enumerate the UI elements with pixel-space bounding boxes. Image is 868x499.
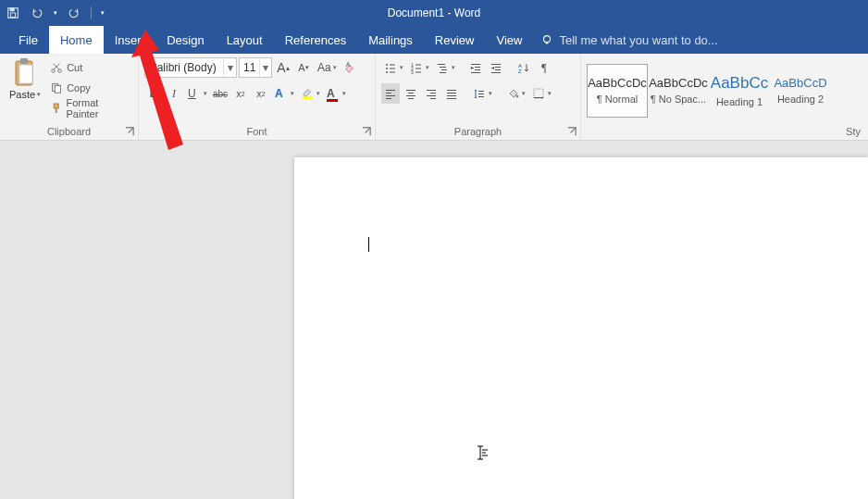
svg-text:3: 3 (411, 69, 414, 74)
outdent-icon (469, 61, 482, 74)
font-name-combo[interactable]: Calibri (Body) ▾ (144, 57, 237, 78)
svg-rect-21 (390, 72, 395, 73)
borders-icon (532, 87, 545, 100)
undo-icon[interactable] (30, 6, 44, 20)
bullets-button[interactable] (381, 57, 405, 78)
tell-me-search[interactable]: Tell me what you want to do... (540, 26, 717, 54)
undo-dropdown-icon[interactable]: ▾ (54, 9, 57, 17)
grow-font-button[interactable]: A▴ (274, 57, 292, 78)
save-icon[interactable] (6, 6, 20, 20)
copy-button[interactable]: Copy (48, 78, 132, 98)
sort-button[interactable]: AZ (515, 57, 533, 78)
svg-rect-4 (546, 43, 549, 44)
increase-indent-button[interactable] (487, 57, 505, 78)
cut-button[interactable]: Cut (48, 57, 132, 78)
style-name: Heading 2 (777, 94, 824, 105)
svg-rect-19 (390, 69, 395, 69)
clear-formatting-button[interactable]: A (341, 57, 359, 78)
scissors-icon (50, 61, 63, 74)
superscript-button[interactable]: x2 (252, 83, 270, 104)
eraser-icon: A (343, 61, 356, 74)
svg-rect-62 (534, 89, 543, 98)
clipboard-icon (12, 57, 38, 89)
text-effects-button[interactable]: A (272, 83, 296, 104)
format-painter-button[interactable]: Format Painter (48, 98, 132, 119)
style-normal[interactable]: AaBbCcDc ¶ Normal (587, 64, 648, 118)
svg-rect-58 (478, 91, 484, 92)
qat-customize-icon[interactable]: ▾ (101, 9, 105, 17)
svg-rect-45 (386, 98, 391, 99)
bullets-icon (384, 61, 397, 74)
tab-review[interactable]: Review (424, 26, 486, 54)
font-color-button[interactable]: A (324, 83, 348, 104)
style-heading-1[interactable]: AaBbCc Heading 1 (709, 64, 770, 118)
numbering-button[interactable]: 123 (407, 57, 431, 78)
justify-button[interactable] (442, 83, 461, 104)
paste-button[interactable]: Paste▾ (6, 56, 44, 100)
style-name: ¶ No Spac... (651, 94, 706, 105)
tab-references[interactable]: References (274, 26, 357, 54)
tab-view[interactable]: View (485, 26, 533, 54)
window-title: Document1 - Word (388, 6, 480, 19)
svg-rect-57 (447, 98, 456, 99)
tab-layout[interactable]: Layout (216, 26, 274, 54)
style-name: Heading 1 (716, 96, 763, 107)
bold-button[interactable]: B (144, 83, 163, 104)
paragraph-launcher-icon[interactable] (565, 125, 578, 138)
style-preview: AaBbCcDc (588, 76, 647, 90)
svg-rect-1 (10, 8, 15, 12)
group-styles: AaBbCcDc ¶ Normal AaBbCcDc ¶ No Spac... … (581, 54, 868, 140)
decrease-indent-button[interactable] (466, 57, 485, 78)
style-no-spacing[interactable]: AaBbCcDc ¶ No Spac... (648, 64, 709, 118)
text-caret (368, 237, 369, 252)
document-page[interactable] (294, 157, 868, 499)
align-right-button[interactable] (422, 83, 440, 104)
tell-me-placeholder: Tell me what you want to do... (559, 33, 717, 47)
tab-mailings[interactable]: Mailings (357, 26, 424, 54)
qat-separator (91, 6, 92, 19)
title-bar: ▾ ▾ Document1 - Word (0, 0, 868, 26)
change-case-button[interactable]: Aa (315, 57, 339, 78)
group-paragraph: 123 AZ ¶ Paragraph (376, 54, 581, 140)
document-workspace (0, 141, 868, 499)
align-center-button[interactable] (402, 83, 420, 104)
style-heading-2[interactable]: AaBbCcD Heading 2 (770, 64, 831, 118)
svg-rect-32 (471, 64, 480, 65)
highlight-color-button[interactable] (298, 83, 322, 104)
font-launcher-icon[interactable] (360, 125, 373, 138)
line-spacing-icon (473, 87, 486, 100)
svg-rect-28 (438, 64, 445, 65)
strikethrough-button[interactable]: abc (211, 83, 229, 104)
shrink-font-button[interactable]: A▾ (294, 57, 313, 78)
mouse-cursor-ibeam (472, 444, 489, 464)
redo-icon[interactable] (67, 6, 81, 20)
borders-button[interactable] (529, 83, 553, 104)
line-spacing-button[interactable] (470, 83, 494, 104)
multilevel-list-button[interactable] (433, 57, 457, 78)
font-size-combo[interactable]: 11 ▾ (239, 57, 272, 78)
chevron-down-icon: ▾ (259, 58, 271, 77)
svg-rect-29 (440, 67, 446, 68)
subscript-button[interactable]: x2 (231, 83, 250, 104)
tab-design[interactable]: Design (155, 26, 215, 54)
svg-rect-34 (475, 69, 480, 70)
svg-rect-56 (447, 95, 456, 96)
quick-access-toolbar: ▾ ▾ (6, 6, 105, 20)
svg-rect-47 (408, 93, 414, 94)
underline-button[interactable]: U (185, 83, 209, 104)
svg-rect-48 (406, 95, 415, 96)
tab-home[interactable]: Home (49, 26, 104, 54)
show-marks-button[interactable]: ¶ (535, 57, 553, 78)
style-preview: AaBbCcD (774, 76, 826, 90)
paint-bucket-icon (506, 87, 519, 100)
tab-file[interactable]: File (7, 26, 49, 54)
italic-button[interactable]: I (165, 83, 183, 104)
align-left-button[interactable] (381, 83, 400, 104)
svg-rect-46 (406, 90, 415, 91)
svg-rect-37 (495, 67, 501, 68)
clipboard-launcher-icon[interactable] (123, 125, 136, 138)
align-center-icon (404, 87, 417, 100)
shading-button[interactable] (503, 83, 527, 104)
font-group-label: Font (246, 126, 267, 137)
tab-insert[interactable]: Insert (104, 26, 156, 54)
